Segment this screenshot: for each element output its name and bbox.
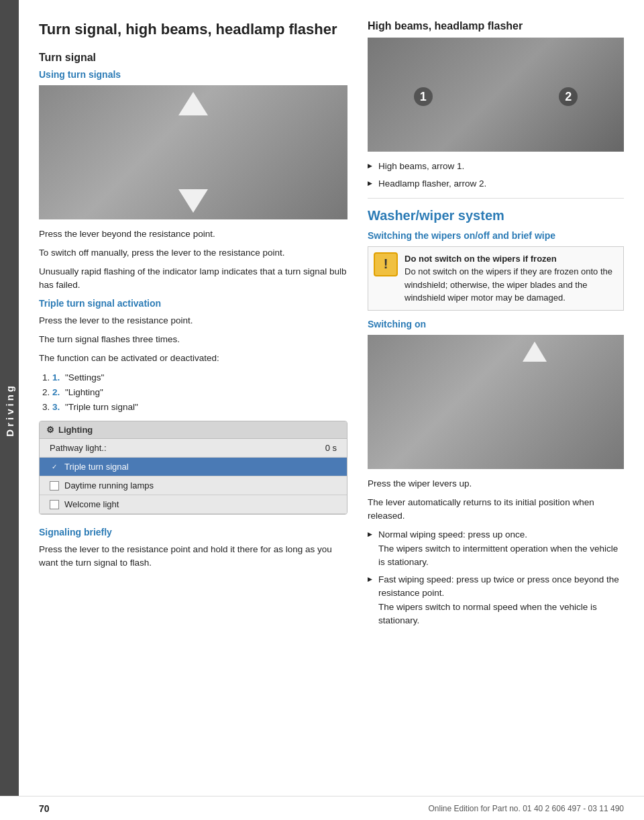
- welcome-checkbox[interactable]: [50, 500, 59, 509]
- left-column: Turn signal, high beams, headlamp flashe…: [39, 20, 347, 634]
- side-tab-label: Driving: [4, 383, 15, 437]
- section-divider: [368, 198, 624, 199]
- signaling-briefly-title: Signaling briefly: [39, 527, 347, 537]
- lighting-menu-box: ⚙ Lighting Pathway light.: 0 s Triple tu…: [39, 421, 347, 515]
- triple-checkbox[interactable]: [50, 462, 59, 472]
- list-item-3: 3. "Triple turn signal": [52, 400, 347, 415]
- welcome-label: Welcome light: [64, 499, 119, 509]
- daytime-checkbox[interactable]: [50, 481, 59, 491]
- pathway-value: 0 s: [325, 443, 337, 453]
- page-title: Turn signal, high beams, headlamp flashe…: [39, 20, 347, 40]
- arrow-up-icon: [178, 92, 208, 115]
- wiper-image: [368, 335, 624, 469]
- high-beams-bullet-2: Headlamp flasher, arrow 2.: [368, 177, 624, 191]
- triple-body1: Press the lever to the resistance point.: [39, 314, 347, 327]
- arrow-down-icon: [178, 189, 208, 213]
- washer-wiper-title: Washer/wiper system: [368, 208, 624, 223]
- main-content: Turn signal, high beams, headlamp flashe…: [19, 0, 644, 661]
- switching-on-off-title: Switching the wipers on/off and brief wi…: [368, 230, 624, 241]
- turn-signal-body2: To switch off manually, press the lever …: [39, 246, 347, 260]
- high-beam-img-bg: 1 2: [368, 38, 624, 152]
- wiper-body1: Press the wiper levers up.: [368, 477, 624, 491]
- high-beams-bullet-2-text: Headlamp flasher, arrow 2.: [378, 178, 486, 189]
- high-beams-bullet-list: High beams, arrow 1. Headlamp flasher, a…: [368, 160, 624, 191]
- wiper-arrow-up-icon: [523, 342, 547, 362]
- warning-bold-line: Do not switch on the wipers if frozen: [405, 252, 618, 266]
- daytime-label: Daytime running lamps: [64, 480, 154, 491]
- triple-label: Triple turn signal: [64, 462, 129, 472]
- wiper-bullet-2-secondary: The wipers switch to normal speed when t…: [378, 602, 597, 625]
- high-beams-bullet-1: High beams, arrow 1.: [368, 160, 624, 173]
- lighting-gear-icon: ⚙: [46, 425, 54, 435]
- warning-text-area: Do not switch on the wipers if frozen Do…: [405, 252, 618, 305]
- signaling-briefly-body: Press the lever to the resistance point …: [39, 543, 347, 570]
- list-text-2: "Lighting": [65, 387, 103, 397]
- side-tab: Driving: [0, 0, 19, 820]
- wiper-bullet-1-secondary: The wipers switch to intermittent operat…: [378, 544, 618, 567]
- signaling-briefly-section: Signaling briefly Press the lever to the…: [39, 527, 347, 570]
- warning-box: ! Do not switch on the wipers if frozen …: [368, 246, 624, 311]
- footer: 70 Online Edition for Part no. 01 40 2 6…: [0, 796, 644, 820]
- right-column: High beams, headlamp flasher 1 2 High be…: [368, 20, 624, 634]
- list-item-2: 2. "Lighting": [52, 385, 347, 400]
- wiper-img-bg: [368, 335, 624, 469]
- lighting-row-daytime[interactable]: Daytime running lamps: [40, 476, 347, 495]
- list-num-1: 1.: [52, 372, 60, 382]
- list-item-1: 1. "Settings": [52, 370, 347, 385]
- pathway-label: Pathway light.:: [50, 443, 107, 453]
- switching-on-title: Switching on: [368, 319, 624, 329]
- lighting-header: ⚙ Lighting: [40, 421, 347, 439]
- page-number: 70: [39, 803, 50, 814]
- triple-turn-signal-title: Triple turn signal activation: [39, 298, 347, 309]
- wiper-body2: The lever automatically returns to its i…: [368, 496, 624, 523]
- high-beams-section-title: High beams, headlamp flasher: [368, 20, 624, 32]
- hb-label-2: 2: [559, 87, 578, 106]
- using-turn-signals-title: Using turn signals: [39, 69, 347, 80]
- turn-signal-image: [39, 85, 347, 219]
- wiper-bullet-2-primary: Fast wiping speed: press up twice or pre…: [378, 574, 619, 598]
- edition-text: Online Edition for Part no. 01 40 2 606 …: [428, 804, 624, 813]
- triple-body3: The function can be activated or deactiv…: [39, 352, 347, 365]
- high-beams-bullet-1-text: High beams, arrow 1.: [378, 161, 464, 171]
- list-text-3: "Triple turn signal": [65, 402, 138, 412]
- turn-signal-section-title: Turn signal: [39, 52, 347, 64]
- turn-signal-body1: Press the lever beyond the resistance po…: [39, 227, 347, 241]
- turn-signal-body3: Unusually rapid flashing of the indicato…: [39, 265, 347, 293]
- hb-label-1: 1: [414, 87, 433, 106]
- lighting-row-triple[interactable]: Triple turn signal: [40, 458, 347, 476]
- lighting-header-label: Lighting: [58, 425, 93, 435]
- triple-settings-list: 1. "Settings" 2. "Lighting" 3. "Triple t…: [52, 370, 347, 414]
- wiper-bullet-list: Normal wiping speed: press up once. The …: [368, 528, 624, 627]
- turn-signal-img-bg: [39, 85, 347, 219]
- list-text-1: "Settings": [65, 372, 104, 382]
- lighting-row-pathway: Pathway light.: 0 s: [40, 439, 347, 458]
- wiper-bullet-1-primary: Normal wiping speed: press up once.: [378, 529, 527, 540]
- triple-body2: The turn signal flashes three times.: [39, 333, 347, 346]
- wiper-bullet-1: Normal wiping speed: press up once. The …: [368, 528, 624, 569]
- list-num-3: 3.: [52, 402, 60, 412]
- lighting-row-welcome[interactable]: Welcome light: [40, 495, 347, 514]
- warning-body-text: Do not switch on the wipers if they are …: [405, 266, 612, 303]
- lighting-body: Pathway light.: 0 s Triple turn signal D…: [40, 439, 347, 514]
- wiper-bullet-2: Fast wiping speed: press up twice or pre…: [368, 573, 624, 627]
- warning-icon: !: [374, 252, 398, 276]
- list-num-2: 2.: [52, 387, 60, 397]
- high-beams-image: 1 2: [368, 38, 624, 152]
